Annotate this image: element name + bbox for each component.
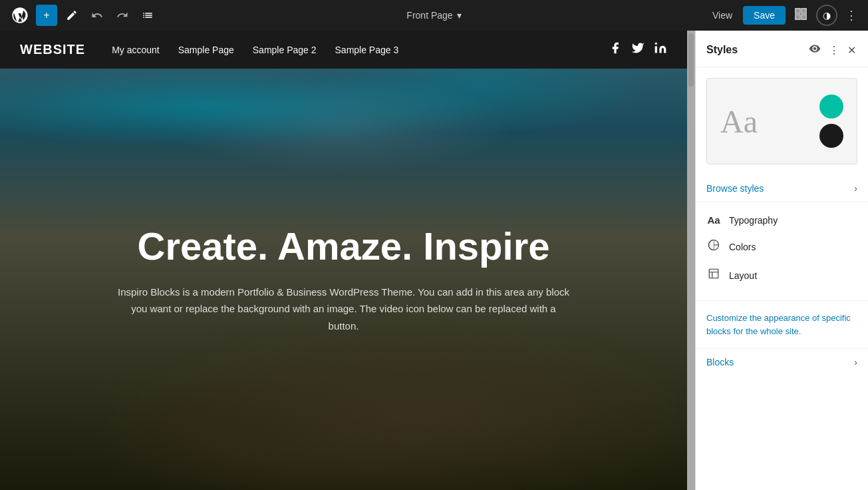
- svg-rect-5: [709, 269, 718, 278]
- dark-circle: [819, 124, 843, 148]
- hero-content: Create. Amaze. Inspire Inspiro Blocks is…: [0, 69, 687, 490]
- typography-label: Typography: [729, 215, 778, 226]
- site-logo: WEBSITE: [20, 42, 85, 57]
- panel-eye-button[interactable]: [807, 41, 822, 59]
- whole-site-link[interactable]: whole site.: [760, 326, 801, 336]
- browse-styles-row[interactable]: Browse styles ›: [696, 175, 868, 202]
- blocks-row[interactable]: Blocks ›: [696, 348, 868, 375]
- panel-close-button[interactable]: ✕: [846, 43, 857, 58]
- blocks-chevron-icon: ›: [854, 357, 857, 368]
- layout-label: Layout: [729, 270, 757, 281]
- view-button[interactable]: View: [707, 7, 738, 23]
- linkedin-icon: [654, 41, 667, 58]
- preview-nav-socials: [609, 41, 667, 58]
- teal-circle: [819, 95, 843, 119]
- nav-link-sample-page-2[interactable]: Sample Page 2: [253, 45, 317, 55]
- add-block-button[interactable]: +: [36, 5, 57, 26]
- dropdown-arrow-icon: ▾: [457, 10, 462, 21]
- toolbar: + Front Page ▾ View Save ◑ ⋮: [0, 0, 868, 31]
- page-title-dropdown[interactable]: Front Page ▾: [406, 10, 461, 21]
- twitter-icon: [631, 41, 645, 58]
- dark-mode-button[interactable]: ◑: [816, 5, 837, 26]
- style-preview-text: Aa: [720, 103, 758, 140]
- scrollbar-thumb: [688, 33, 694, 87]
- toolbar-right: View Save ◑ ⋮: [707, 4, 860, 27]
- preview-nav-links: My account Sample Page Sample Page 2 Sam…: [112, 45, 609, 55]
- panel-title: Styles: [706, 44, 807, 56]
- undo-button[interactable]: [86, 5, 108, 26]
- layout-item[interactable]: Layout: [696, 261, 868, 290]
- nav-link-sample-page[interactable]: Sample Page: [178, 45, 234, 55]
- nav-link-sample-page-3[interactable]: Sample Page 3: [335, 45, 399, 55]
- list-view-button[interactable]: [137, 5, 158, 26]
- panel-more-button[interactable]: ⋮: [827, 43, 841, 58]
- style-section: Aa Typography Colors Layout: [696, 202, 868, 295]
- toolbar-center: Front Page ▾: [406, 10, 461, 21]
- redo-button[interactable]: [112, 5, 133, 26]
- colors-icon: [706, 239, 721, 254]
- styles-panel: Styles ⋮ ✕ Aa Browse styles ›: [695, 31, 868, 490]
- browse-styles-label: Browse styles: [706, 183, 764, 194]
- panel-header-icons: ⋮ ✕: [807, 41, 857, 59]
- more-options-button[interactable]: ⋮: [843, 5, 860, 25]
- typography-icon: Aa: [706, 214, 721, 226]
- page-title: Front Page: [406, 10, 452, 21]
- wp-logo[interactable]: [8, 3, 32, 27]
- canvas-area: WEBSITE My account Sample Page Sample Pa…: [0, 31, 695, 490]
- main-area: WEBSITE My account Sample Page Sample Pa…: [0, 31, 868, 490]
- preview-hero: Create. Amaze. Inspire Inspiro Blocks is…: [0, 69, 687, 490]
- browse-styles-chevron-icon: ›: [854, 183, 857, 194]
- style-preview-circles: [819, 95, 843, 148]
- canvas-scrollbar[interactable]: [687, 31, 695, 490]
- typography-item[interactable]: Aa Typography: [696, 208, 868, 232]
- hero-subtitle: Inspiro Blocks is a modern Portfolio & B…: [118, 284, 570, 335]
- layout-icon: [706, 268, 721, 283]
- layout-icon-button[interactable]: [791, 4, 811, 27]
- save-button[interactable]: Save: [743, 6, 786, 25]
- colors-label: Colors: [729, 242, 756, 252]
- panel-header: Styles ⋮ ✕: [696, 31, 868, 67]
- edit-mode-button[interactable]: [61, 5, 82, 26]
- customize-text: Customize the appearance of specific blo…: [696, 300, 868, 348]
- style-preview-card: Aa: [706, 78, 857, 164]
- preview-nav: WEBSITE My account Sample Page Sample Pa…: [0, 31, 687, 69]
- colors-item[interactable]: Colors: [696, 232, 868, 261]
- toolbar-left: +: [8, 3, 158, 27]
- facebook-icon: [609, 41, 622, 58]
- nav-link-my-account[interactable]: My account: [112, 45, 160, 55]
- blocks-label: Blocks: [706, 357, 734, 368]
- website-preview: WEBSITE My account Sample Page Sample Pa…: [0, 31, 687, 490]
- svg-point-4: [655, 43, 657, 45]
- hero-title: Create. Amaze. Inspire: [138, 225, 550, 268]
